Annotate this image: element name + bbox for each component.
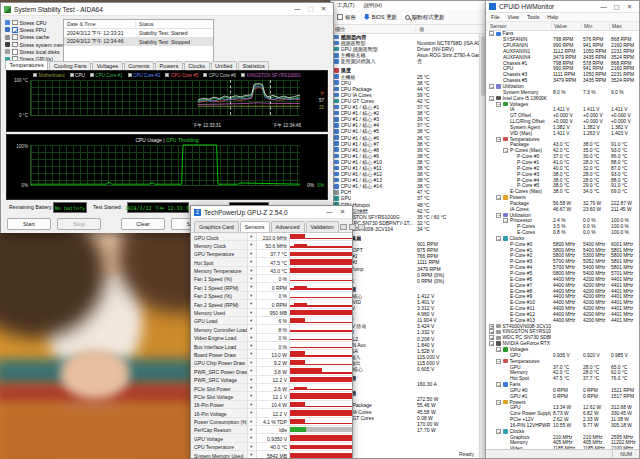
aida-tab[interactable]: Voltages bbox=[92, 61, 122, 70]
sensor-dropdown-arrow-icon[interactable] bbox=[248, 451, 257, 458]
legend-checkbox-icon[interactable] bbox=[165, 73, 169, 77]
sensor-row[interactable]: PCIe +12V 2.62 W 2.33 W 11.08 W bbox=[486, 417, 639, 423]
minimize-icon[interactable]: — bbox=[597, 1, 610, 13]
log-column-datetime[interactable]: Date & Time bbox=[64, 21, 136, 27]
sensor-row[interactable]: P-Core #0 37.0 °C 30.0 °C 86.0 °C bbox=[486, 154, 639, 160]
sensor-row[interactable]: IA Cores 46.67 W 23.60 W 211.45 W bbox=[486, 206, 639, 212]
sensor-dropdown-arrow-icon[interactable] bbox=[248, 241, 257, 248]
sensor-dropdown-arrow-icon[interactable] bbox=[248, 426, 257, 433]
sensor-row[interactable]: P-Core #2 5800 MHz 5300 MHz 5800 MHz bbox=[486, 253, 639, 259]
sensor-row[interactable]: SYSFANIN 798 RPM 576 RPM 868 RPM bbox=[486, 37, 639, 43]
tree-expander-icon[interactable] bbox=[489, 96, 494, 101]
sensor-row[interactable]: P-Core #5 38.0 °C 29.0 °C 91.0 °C bbox=[486, 183, 639, 189]
sensor-row[interactable]: GT Offset +0.000 V +0.000 V +0.000 V bbox=[486, 113, 639, 119]
menu-item[interactable]: Tools bbox=[527, 14, 539, 20]
sensor-row[interactable]: Hot Spot 47.5 °C 37.7 °C 76.0 °C bbox=[486, 376, 639, 382]
sensor-row[interactable]: CPUFANIN 990 RPM 941 RPM 2160 RPM bbox=[486, 43, 639, 49]
tree-expander-icon[interactable] bbox=[496, 382, 501, 387]
sensor-row[interactable]: E-Core #12 4400 MHz 4200 MHz 4401 MHz bbox=[486, 312, 639, 318]
gpuz-tab[interactable]: Validation bbox=[306, 221, 339, 232]
sensor-row[interactable]: GPU #0 0 RPM 0 RPM 1521 RPM bbox=[486, 387, 639, 393]
sensor-row[interactable]: Chassis #3 1111 RPM 1050 RPM 2231 RPM bbox=[486, 72, 639, 78]
tree-expander-icon[interactable] bbox=[496, 213, 501, 218]
legend-checkbox-icon[interactable] bbox=[90, 73, 94, 77]
sensor-dropdown-arrow-icon[interactable] bbox=[248, 342, 257, 349]
legend-item[interactable]: CPU bbox=[70, 73, 85, 78]
legend-item[interactable]: CPU Core #2 bbox=[128, 73, 161, 78]
tree-expander-icon[interactable] bbox=[496, 236, 501, 241]
sensor-row[interactable]: E-Cores (Max) 38.0 °C 34.0 °C 69.0 °C bbox=[486, 189, 639, 195]
tree-expander-icon[interactable] bbox=[489, 341, 494, 346]
gpuz-tab[interactable]: Sensors bbox=[240, 221, 270, 232]
tree-expander-icon[interactable] bbox=[503, 148, 508, 153]
sensor-row[interactable]: P-Core #3 5700 MHz 5052 MHz 5801 MHz bbox=[486, 259, 639, 265]
toolbar-button[interactable]: 報告 bbox=[337, 14, 356, 21]
menu-item[interactable]: View bbox=[508, 14, 519, 20]
close-icon[interactable]: ✕ bbox=[317, 3, 330, 15]
sensor-row[interactable]: Processor 2.4 % 0.0 % 100.0 % bbox=[486, 218, 639, 224]
stress-option[interactable]: Stress cache bbox=[5, 34, 63, 41]
sensor-dropdown-arrow-icon[interactable] bbox=[248, 359, 257, 366]
sensor-dropdown-arrow-icon[interactable] bbox=[248, 250, 257, 257]
legend-checkbox-icon[interactable] bbox=[33, 73, 37, 77]
tree-expander-icon[interactable] bbox=[489, 324, 494, 329]
refresh-icon[interactable] bbox=[349, 224, 356, 230]
stress-option[interactable]: Stress local disks bbox=[5, 48, 63, 55]
log-row[interactable]: 2024/3/12 下午 12:34:46 Stability Test: St… bbox=[64, 37, 213, 45]
sensor-dropdown-arrow-icon[interactable] bbox=[248, 325, 257, 332]
sensor-row[interactable]: GPU 37.0 °C 28.0 °C 65.0 °C bbox=[486, 364, 639, 370]
sensor-dropdown-arrow-icon[interactable] bbox=[248, 367, 257, 374]
legend-checkbox-icon[interactable] bbox=[128, 73, 132, 77]
sensor-row[interactable]: E-Core #11 4400 MHz 4200 MHz 4401 MHz bbox=[486, 306, 639, 312]
sensor-dropdown-arrow-icon[interactable] bbox=[248, 283, 257, 290]
aida-tab[interactable]: Currents bbox=[124, 61, 154, 70]
sensor-row[interactable]: GPU #1 0 RPM 0 RPM 1517 RPM bbox=[486, 393, 639, 399]
maximize-icon[interactable]: ▢ bbox=[610, 1, 623, 13]
sensor-row[interactable]: AUXFANIN4 3479 RPM 3435 RPM 3524 RPM bbox=[486, 54, 639, 60]
sensor-panel-row[interactable]: GPU 17.70 W bbox=[331, 427, 479, 433]
sensor-row[interactable]: P-Core #4 5700 MHz 5400 MHz 5801 MHz bbox=[486, 265, 639, 271]
sensor-dropdown-arrow-icon[interactable] bbox=[248, 409, 257, 416]
aida-tab[interactable]: Clocks bbox=[184, 61, 210, 70]
sensor-row[interactable]: Package 43.0 °C 38.0 °C 91.0 °C bbox=[486, 142, 639, 148]
sensor-row[interactable]: P-Cores (Max) 42.0 °C 35.0 °C 93.0 °C bbox=[486, 148, 639, 154]
sensor-dropdown-arrow-icon[interactable] bbox=[248, 292, 257, 299]
close-icon[interactable]: ✕ bbox=[623, 1, 636, 13]
aida-titlebar[interactable]: System Stability Test - AIDA64 — ▢ ✕ bbox=[1, 3, 333, 16]
sensor-dropdown-arrow-icon[interactable] bbox=[248, 300, 257, 307]
sensor-row[interactable]: E-Core #10 4400 MHz 4200 MHz 4401 MHz bbox=[486, 300, 639, 306]
sensor-row[interactable]: P-Core #3 38.0 °C 28.0 °C 93.0 °C bbox=[486, 171, 639, 177]
aida-action-button[interactable]: Stop bbox=[57, 218, 101, 230]
sensor-row[interactable]: E-Core #8 4400 MHz 4200 MHz 4401 MHz bbox=[486, 288, 639, 294]
sensor-row[interactable]: System Memory 8.0 % 7.3 % 9.0 % bbox=[486, 89, 639, 95]
legend-item[interactable]: CPU Core #1 bbox=[90, 73, 123, 78]
sensor-dropdown-arrow-icon[interactable] bbox=[248, 376, 257, 383]
gpuz-tab[interactable]: Graphics Card bbox=[194, 221, 239, 232]
aida-tab[interactable]: Unified bbox=[211, 61, 237, 70]
legend-checkbox-icon[interactable] bbox=[203, 73, 207, 77]
sensor-row[interactable]: GPU 0.935 V 0.920 V 0.985 V bbox=[486, 352, 639, 358]
tree-expander-icon[interactable] bbox=[496, 400, 501, 405]
sensor-row[interactable]: GPU 13.34 W 12.62 W 312.68 W bbox=[486, 405, 639, 411]
sensor-dropdown-arrow-icon[interactable] bbox=[248, 267, 257, 274]
screenshot-camera-icon[interactable] bbox=[340, 224, 347, 230]
menu-item[interactable]: Help bbox=[547, 14, 558, 20]
sensor-row[interactable]: E-Core #7 4400 MHz 4200 MHz 4401 MHz bbox=[486, 282, 639, 288]
sensor-dropdown-arrow-icon[interactable] bbox=[248, 258, 257, 265]
tree-expander-icon[interactable] bbox=[503, 218, 508, 223]
minimize-icon[interactable]: — bbox=[291, 3, 304, 15]
tree-expander-icon[interactable] bbox=[489, 335, 494, 340]
menu-item[interactable]: 工具(T) bbox=[337, 2, 355, 9]
stress-checkbox[interactable] bbox=[12, 27, 18, 33]
sensor-row[interactable]: Memory 42.0 °C 28.0 °C 62.0 °C bbox=[486, 370, 639, 376]
tree-expander-icon[interactable] bbox=[489, 31, 494, 36]
maximize-icon[interactable]: ▢ bbox=[304, 3, 317, 15]
sensor-row[interactable]: CPU 990 RPM 941 RPM 2160 RPM bbox=[486, 66, 639, 72]
stress-checkbox[interactable] bbox=[12, 34, 18, 40]
tree-expander-icon[interactable] bbox=[489, 329, 494, 334]
sensor-dropdown-arrow-icon[interactable] bbox=[248, 392, 257, 399]
hwmonitor-titlebar[interactable]: CPUID HWMonitor — ▢ ✕ bbox=[486, 1, 639, 13]
column-min[interactable]: Min bbox=[581, 23, 609, 29]
tree-expander-icon[interactable] bbox=[496, 429, 501, 434]
minimize-icon[interactable]: — bbox=[323, 206, 336, 218]
